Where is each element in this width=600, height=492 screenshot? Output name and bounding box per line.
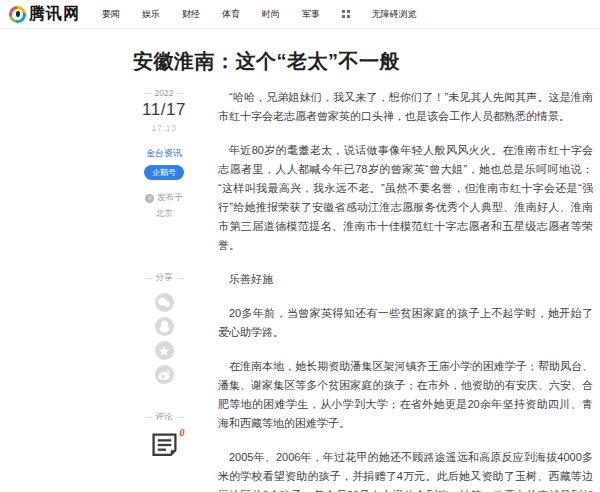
publish-prefix: 发布于 bbox=[157, 192, 183, 204]
weibo-icon[interactable] bbox=[155, 365, 174, 384]
article-meta-rail: 2022 11/17 17:13 金台资讯 企鹅号 i 发布于 北京 分享 bbox=[133, 88, 218, 461]
comment-list-icon bbox=[151, 432, 178, 457]
qzone-star-icon[interactable] bbox=[155, 341, 174, 360]
info-icon: i bbox=[145, 194, 154, 203]
qq-icon[interactable] bbox=[155, 317, 174, 336]
source-account-link[interactable]: 金台资讯 bbox=[146, 147, 182, 160]
nav-item-shishang[interactable]: 时尚 bbox=[262, 8, 280, 21]
wechat-icon[interactable] bbox=[155, 293, 174, 312]
grid-more-icon[interactable] bbox=[342, 10, 350, 18]
nav-item-yule[interactable]: 娱乐 bbox=[142, 8, 160, 21]
publish-year: 2022 bbox=[144, 88, 185, 98]
article-paragraph: 20多年前，当曾家英得知还有一些贫困家庭的孩子上不起学时，她开始了爱心助学路。 bbox=[218, 304, 593, 342]
article-body: “哈哈，兄弟姐妹们，我又来了，想你们了！”未见其人先闻其声。这是淮南市红十字会老… bbox=[218, 88, 600, 492]
accessibility-link[interactable]: 无障碍浏览 bbox=[372, 8, 417, 21]
nav-item-yaowen[interactable]: 要闻 bbox=[102, 8, 120, 21]
comment-count-badge: 0 bbox=[180, 427, 185, 438]
article-title: 安徽淮南：这个“老太”不一般 bbox=[133, 48, 600, 75]
nav-item-tiyu[interactable]: 体育 bbox=[222, 8, 240, 21]
publish-date: 11/17 bbox=[142, 100, 186, 120]
penguin-account-badge[interactable]: 企鹅号 bbox=[144, 165, 184, 180]
share-label: 分享 bbox=[145, 272, 184, 284]
publish-location: 北京 bbox=[156, 208, 173, 220]
site-header: 腾讯网 要闻 娱乐 财经 体育 时尚 军事 无障碍浏览 bbox=[0, 0, 600, 29]
comment-button[interactable]: 0 bbox=[151, 432, 178, 461]
article-page: 安徽淮南：这个“老太”不一般 2022 11/17 17:13 金台资讯 企鹅号… bbox=[0, 48, 600, 492]
article-paragraph: 年近80岁的耄耋老太，说话做事像年轻人般风风火火。在淮南市红十字会志愿者里，人人… bbox=[218, 141, 593, 255]
tencent-logo-icon bbox=[9, 6, 26, 23]
nav-item-junshi[interactable]: 军事 bbox=[302, 8, 320, 21]
site-name: 腾讯网 bbox=[29, 4, 80, 25]
article-subheading: 乐善好施 bbox=[218, 270, 593, 289]
article-paragraph: 2005年、2006年，年过花甲的她还不顾路途遥远和高原反应到海拔4000多米的… bbox=[218, 448, 593, 492]
comment-label: 评论 bbox=[145, 411, 184, 423]
nav-item-caijing[interactable]: 财经 bbox=[182, 8, 200, 21]
article-paragraph: 在淮南本地，她长期资助潘集区架河镇齐王庙小学的困难学子；帮助凤台、潘集、谢家集区… bbox=[218, 357, 593, 433]
tencent-logo[interactable]: 腾讯网 bbox=[9, 4, 80, 25]
top-nav: 要闻 娱乐 财经 体育 时尚 军事 无障碍浏览 bbox=[102, 8, 417, 21]
share-buttons bbox=[155, 293, 174, 384]
article-paragraph: “哈哈，兄弟姐妹们，我又来了，想你们了！”未见其人先闻其声。这是淮南市红十字会老… bbox=[218, 88, 593, 126]
publish-time: 17:13 bbox=[151, 123, 176, 133]
publish-location-row: i 发布于 bbox=[145, 192, 183, 204]
